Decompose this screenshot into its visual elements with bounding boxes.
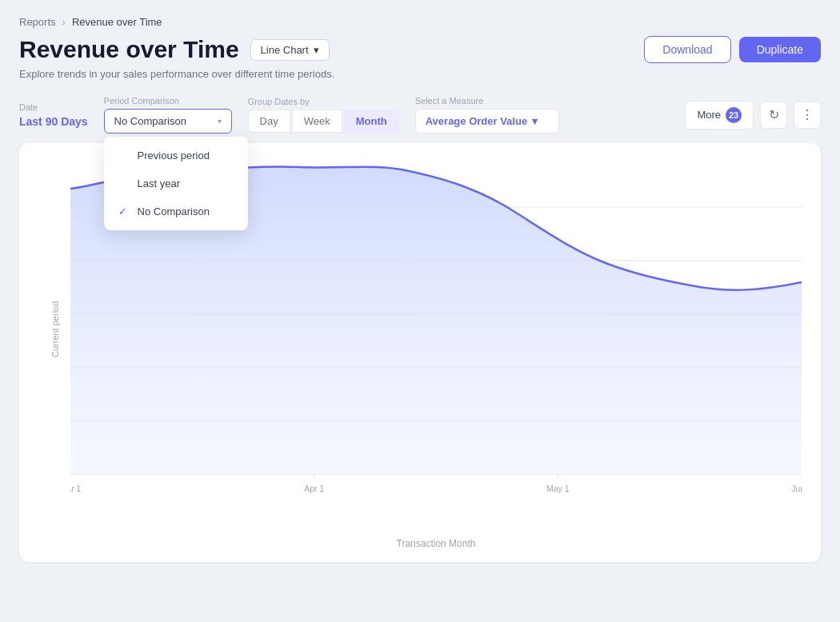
chart-type-label: Line Chart (261, 44, 309, 56)
svg-text:Jun 1: Jun 1 (791, 484, 802, 493)
page-title-group: Revenue over Time Line Chart ▾ (19, 36, 330, 63)
group-dates-label: Group Dates by (248, 97, 399, 106)
measure-chevron-icon: ▾ (532, 115, 538, 127)
group-btn-month[interactable]: Month (344, 110, 399, 133)
refresh-icon: ↻ (769, 107, 779, 122)
date-filter-value[interactable]: Last 90 Days (19, 115, 88, 128)
dropdown-item-no-comparison[interactable]: ✓ No Comparison (104, 197, 248, 225)
more-button[interactable]: More 23 (685, 101, 754, 130)
group-dates-buttons: Day Week Month (248, 110, 399, 133)
more-vertical-icon: ⋮ (801, 107, 814, 122)
dropdown-item-label-last-year: Last year (138, 177, 180, 189)
page-subtitle: Explore trends in your sales performance… (19, 68, 821, 80)
period-select-button[interactable]: No Comparison ▾ (104, 109, 232, 134)
date-filter-label: Date (19, 102, 88, 112)
period-dropdown-menu: ✓ Previous period ✓ Last year ✓ No Compa… (104, 137, 248, 230)
chart-type-chevron-icon: ▾ (314, 44, 319, 56)
chart-x-axis-label: Transaction Month (70, 538, 802, 549)
measure-label: Select a Measure (415, 96, 559, 106)
header-actions: Download Duplicate (644, 36, 821, 63)
duplicate-button[interactable]: Duplicate (739, 37, 821, 62)
svg-text:Mar 1: Mar 1 (70, 484, 81, 493)
more-label: More (697, 109, 721, 121)
download-button[interactable]: Download (644, 36, 730, 63)
page-title: Revenue over Time (19, 36, 239, 63)
breadcrumb-current: Revenue over Time (72, 16, 162, 28)
right-actions: More 23 ↻ ⋮ (685, 101, 821, 130)
period-chevron-icon: ▾ (218, 117, 222, 126)
group-dates-group: Group Dates by Day Week Month (248, 97, 399, 133)
dropdown-item-label-no-comparison: No Comparison (138, 205, 210, 217)
page-header: Revenue over Time Line Chart ▾ Download … (19, 36, 821, 63)
group-btn-week[interactable]: Week (292, 110, 342, 133)
period-select-value: No Comparison (114, 115, 213, 127)
check-icon-no-comparison: ✓ (118, 205, 130, 217)
dropdown-item-previous-period[interactable]: ✓ Previous period (104, 142, 248, 169)
period-comparison-group: Period Comparison No Comparison ▾ ✓ Prev… (104, 96, 232, 134)
refresh-button[interactable]: ↻ (760, 102, 787, 129)
more-badge: 23 (726, 107, 742, 123)
chart-y-axis-label: Current period (50, 301, 60, 357)
svg-text:Apr 1: Apr 1 (304, 484, 324, 493)
period-label: Period Comparison (104, 96, 232, 106)
date-filter-group: Date Last 90 Days (19, 102, 88, 128)
breadcrumb-parent[interactable]: Reports (19, 16, 56, 28)
svg-text:May 1: May 1 (546, 484, 570, 493)
dropdown-item-label-previous: Previous period (138, 150, 210, 161)
measure-select-button[interactable]: Average Order Value ▾ (415, 109, 559, 134)
breadcrumb: Reports › Revenue over Time (19, 16, 821, 28)
filters-bar: Date Last 90 Days Period Comparison No C… (19, 96, 821, 134)
breadcrumb-separator: › (62, 16, 66, 28)
measure-group: Select a Measure Average Order Value ▾ (415, 96, 559, 134)
group-btn-day[interactable]: Day (248, 110, 290, 133)
more-options-button[interactable]: ⋮ (794, 102, 821, 129)
dropdown-item-last-year[interactable]: ✓ Last year (104, 169, 248, 197)
measure-select-value: Average Order Value (426, 115, 527, 127)
chart-type-button[interactable]: Line Chart ▾ (250, 39, 330, 61)
